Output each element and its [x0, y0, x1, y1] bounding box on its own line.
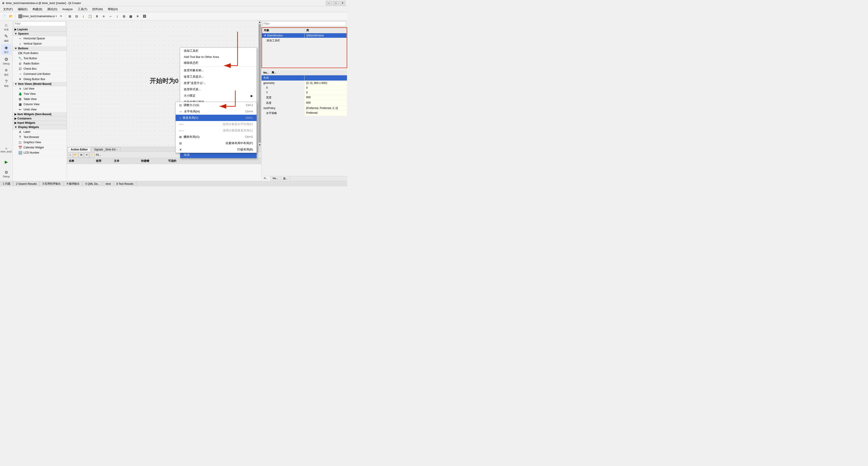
titlebar-title: timer_test1/mainwindow.ui @ timer_test1 …	[6, 2, 81, 5]
toolbar-btn-9[interactable]: ⊞	[121, 13, 127, 20]
tree-row-mainwindow[interactable]: ▼ MainWindow QMainWindow	[262, 33, 347, 38]
menu-help[interactable]: 帮助(H)	[105, 7, 120, 12]
minimize-button[interactable]: ─	[326, 1, 332, 5]
prop-row-width[interactable]: 宽度 800	[261, 95, 347, 100]
widget-horizontal-spacer[interactable]: ↔ Horizontal Spacer	[13, 36, 67, 41]
menu-tools[interactable]: 工具(T)	[75, 7, 90, 12]
scroll-up-arrow[interactable]: ▲	[258, 20, 261, 24]
toolbar-btn-6[interactable]: ≡	[101, 13, 107, 20]
widget-list-view[interactable]: ≡ List View	[13, 86, 67, 91]
close-file-btn[interactable]: ✕	[58, 13, 64, 20]
sidebar-item-design[interactable]: ◈ 设计	[1, 44, 12, 55]
ae-copy-btn[interactable]: ⊞	[79, 152, 84, 157]
sidebar-item-debug[interactable]: ⚙ Debug	[1, 55, 12, 66]
widget-filter-input[interactable]	[13, 21, 66, 26]
toolbar-btn-4[interactable]: 📋	[87, 13, 93, 20]
menu-file[interactable]: 文件(F)	[1, 7, 15, 12]
properties-header: Ma... 属...	[261, 70, 347, 75]
toolbar-btn-5[interactable]: ⏸	[94, 13, 100, 20]
tree-row-addtoolbar[interactable]: 添加工具栏	[262, 38, 347, 43]
ae-new-btn[interactable]: +	[68, 152, 73, 157]
prop-row-layout[interactable]: 布局	[261, 75, 347, 81]
widget-column-view[interactable]: ▦ Column View	[13, 102, 67, 107]
toolbar-btn-10[interactable]: ▦	[128, 13, 134, 20]
widget-dialog-button-box[interactable]: ✕ Dialog Button Box	[13, 77, 67, 82]
category-item-widgets[interactable]: ▶ Item Widgets (Item-Based)	[13, 112, 67, 117]
status-compile-output[interactable]: 4 编译输出	[64, 181, 83, 186]
status-qml-debugger[interactable]: 5 QML De...	[83, 181, 103, 186]
prop-val-x: 0	[305, 86, 347, 90]
status-problems[interactable]: 1 问题	[0, 181, 13, 186]
widget-graphics-view[interactable]: ◻ Graphics View	[13, 140, 67, 145]
widget-text-browser[interactable]: T Text Browser	[13, 135, 67, 140]
category-spacers[interactable]: ▼ Spacers	[13, 32, 67, 36]
toolbar-btn-3[interactable]: ↕	[80, 13, 87, 20]
widget-label[interactable]: A Label	[13, 129, 67, 135]
prop-row-hpolicy[interactable]: 水平策略 Preferred	[261, 111, 347, 116]
widget-undo-view[interactable]: ↩ Undo View	[13, 107, 67, 112]
toolbar-btn-1[interactable]: ⊞	[67, 13, 73, 20]
toolbar-btn-11[interactable]: ✕	[134, 13, 141, 20]
status-search-results[interactable]: 2 Search Results	[13, 181, 39, 186]
sidebar-item-project[interactable]: ≡ 项目	[1, 66, 12, 77]
ae-delete-btn[interactable]: ✕	[84, 152, 89, 157]
menu-analyze[interactable]: Analyze	[60, 7, 75, 11]
prop-row-y[interactable]: Y 0	[261, 90, 347, 95]
status-app-output[interactable]: 3 应用程序输出	[39, 181, 64, 186]
widget-command-link-button[interactable]: → Command Link Button	[13, 71, 67, 77]
right-filter-input[interactable]	[262, 21, 346, 26]
ae-open-btn[interactable]: 📂	[73, 152, 78, 157]
toolbar-btn-8[interactable]: ↕	[114, 13, 121, 20]
ae-connect-btn[interactable]: ⚡	[90, 152, 94, 157]
toolbar-btn-7[interactable]: ↔	[107, 13, 114, 20]
toolbar-btn-new[interactable]: 📄	[1, 13, 7, 20]
menu-controls[interactable]: 控件(W)	[90, 7, 105, 12]
canvas-scrollbar[interactable]: ▲ ▼	[258, 20, 261, 147]
close-button[interactable]: ✕	[340, 1, 345, 5]
scroll-down-arrow[interactable]: ▼	[258, 143, 261, 147]
file-tab-arrow[interactable]: ▼	[55, 15, 57, 18]
tab-action-editor[interactable]: Action Editor	[68, 147, 91, 151]
category-input-widgets[interactable]: ▶ Input Widgets	[13, 121, 67, 125]
rb-tab-attr[interactable]: 属...	[281, 176, 290, 181]
menu-build[interactable]: 构建(B)	[30, 7, 44, 12]
category-display-widgets[interactable]: ▼ Display Widgets	[13, 125, 67, 129]
category-containers[interactable]: ▶ Containers	[13, 117, 67, 121]
category-item-views[interactable]: ▼ Item Views (Model-Based)	[13, 82, 67, 86]
toolbar-btn-12[interactable]: 🖼	[141, 13, 148, 20]
sidebar-item-timer[interactable]: ⏱ timer_test2	[1, 145, 12, 156]
prop-row-x[interactable]: X 0	[261, 86, 347, 90]
sidebar-item-debug2[interactable]: ⚙ Debug	[1, 168, 12, 179]
sidebar-item-help[interactable]: ? 帮助	[1, 78, 12, 89]
prop-row-sizepolicy[interactable]: sizePolicy [Preferred, Preferred, 0, 0]	[261, 106, 347, 111]
rb-tab-filter[interactable]: Fi...	[261, 176, 270, 181]
sidebar-item-welcome[interactable]: ⌂ 欢迎	[1, 21, 12, 32]
sidebar-item-edit[interactable]: ✎ 编辑	[1, 33, 12, 43]
category-layouts[interactable]: ▶ Layouts	[13, 27, 67, 32]
prop-row-height[interactable]: 高度 600	[261, 100, 347, 106]
widget-table-view[interactable]: ⊞ Table View	[13, 96, 67, 102]
properties-section: Ma... 属... 布局 geometry (0, 0), 800 x 600…	[261, 70, 347, 176]
widget-radio-button[interactable]: ⊙ Radio Button	[13, 61, 67, 66]
status-test-results[interactable]: 8 Test Results	[114, 181, 136, 186]
status-ntrol[interactable]: ntrol	[103, 181, 114, 186]
widget-calendar[interactable]: 📅 Calendar Widget	[13, 145, 67, 150]
widget-lcd-number[interactable]: 🔢 LCD Number	[13, 150, 67, 155]
toolbar-btn-2[interactable]: ⊟	[73, 13, 80, 20]
widget-vertical-spacer[interactable]: ↕ Vertical Spacer	[13, 41, 67, 47]
category-buttons[interactable]: ▼ Buttons	[13, 47, 67, 51]
toolbar-btn-open[interactable]: 📂	[8, 13, 14, 20]
widget-check-box[interactable]: ☑ Check Box	[13, 66, 67, 71]
tab-signals-slots[interactable]: Signals _Slots Ed···	[91, 147, 121, 151]
maximize-button[interactable]: □	[333, 1, 339, 5]
toolbar-separator-2	[65, 14, 66, 19]
sidebar-item-run[interactable]: ▶	[1, 156, 12, 167]
menu-edit[interactable]: 编辑(E)	[16, 7, 30, 12]
widget-tree-view[interactable]: 🌲 Tree View	[13, 91, 67, 96]
scroll-thumb[interactable]	[258, 24, 261, 143]
rb-tab-ma[interactable]: Ma...	[270, 176, 281, 181]
widget-tool-button[interactable]: 🔧 Tool Button	[13, 56, 67, 61]
widget-push-button[interactable]: OK Push Button	[13, 51, 67, 56]
prop-row-geometry[interactable]: geometry (0, 0), 800 x 6001	[261, 81, 347, 86]
menu-debug[interactable]: 调试(D)	[45, 7, 59, 12]
